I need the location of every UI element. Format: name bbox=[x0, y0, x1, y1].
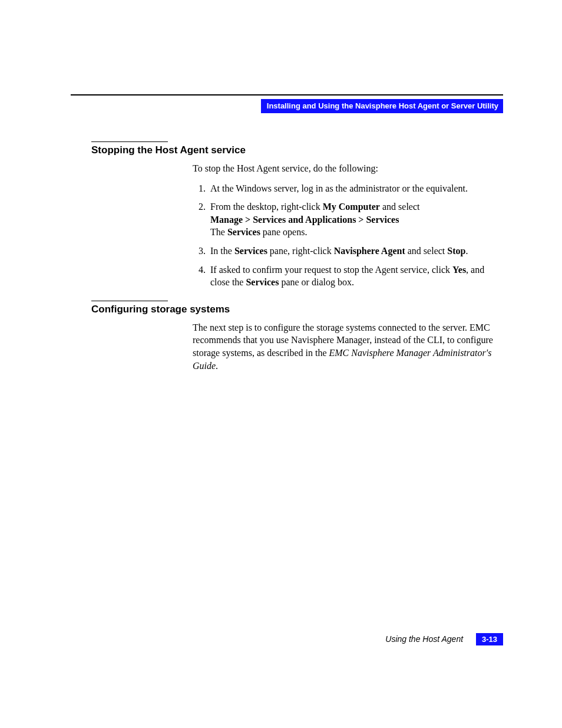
footer-page-number: 3-13 bbox=[476, 633, 503, 645]
content-area: Stopping the Host Agent service To stop … bbox=[91, 130, 503, 379]
page-footer: Using the Host Agent 3-13 bbox=[385, 633, 503, 645]
page: Installing and Using the Navisphere Host… bbox=[0, 0, 562, 728]
section-body: The next step is to configure the storag… bbox=[193, 321, 503, 372]
step-item: From the desktop, right-click My Compute… bbox=[208, 200, 503, 239]
header-rule bbox=[71, 94, 503, 95]
header-chapter-bar: Installing and Using the Navisphere Host… bbox=[261, 99, 503, 113]
step-item: If asked to confirm your request to stop… bbox=[208, 263, 503, 289]
steps-list: At the Windows server, log in as the adm… bbox=[193, 182, 503, 289]
step-item: In the Services pane, right-click Navisp… bbox=[208, 245, 503, 258]
footer-section-label: Using the Host Agent bbox=[385, 634, 463, 644]
step-item: At the Windows server, log in as the adm… bbox=[208, 182, 503, 195]
section-heading-stopping: Stopping the Host Agent service bbox=[91, 141, 168, 156]
section-intro: To stop the Host Agent service, do the f… bbox=[193, 162, 503, 175]
section-heading-configuring: Configuring storage systems bbox=[91, 301, 168, 315]
